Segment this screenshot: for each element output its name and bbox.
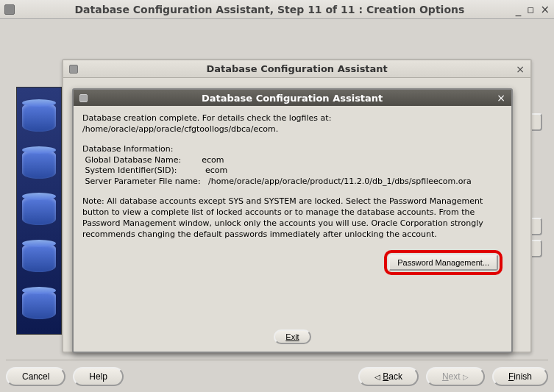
wizard-button-bar: Cancel Help ◁ Back Next ▷ Finish: [6, 360, 548, 385]
app-icon: [4, 4, 15, 15]
chevron-right-icon: ▷: [463, 373, 469, 381]
completion-dialog-content: Database creation complete. For details …: [74, 106, 511, 325]
database-information: Database Information: Global Database Na…: [82, 144, 502, 188]
close-icon[interactable]: ×: [540, 3, 550, 16]
progress-dialog-titlebar: Database Configuration Assistant ×: [63, 60, 530, 78]
outer-window-title: Database Configuration Assistant, Step 1…: [24, 4, 516, 15]
spfile-value: /home/oracle/app/oracle/product/11.2.0/d…: [208, 177, 472, 186]
next-button: Next ▷: [426, 367, 485, 386]
exit-button[interactable]: Exit: [274, 329, 310, 344]
close-icon[interactable]: ×: [497, 92, 505, 104]
log-path: /home/oracle/app/oracle/cfgtoollogs/dbca…: [82, 124, 278, 134]
sid-value: ecom: [205, 165, 227, 175]
database-icon: [22, 243, 56, 272]
password-management-button[interactable]: Password Management...: [388, 254, 498, 271]
completion-dialog-title: Database Configuration Assistant: [88, 93, 497, 104]
spfile-label: Server Parameter File name:: [82, 177, 201, 186]
minimize-icon[interactable]: _: [516, 3, 522, 16]
outer-window-titlebar: Database Configuration Assistant, Step 1…: [0, 0, 554, 19]
database-icon: [22, 102, 56, 132]
db-info-heading: Database Information:: [82, 144, 173, 154]
password-management-highlight: Password Management...: [384, 250, 502, 275]
app-icon: [69, 65, 78, 74]
app-icon: [79, 94, 88, 102]
finish-label: inish: [514, 371, 532, 382]
cancel-button[interactable]: Cancel: [6, 367, 65, 386]
help-button[interactable]: Help: [73, 367, 124, 386]
next-label: ext: [449, 371, 461, 382]
back-label: ack: [388, 371, 402, 382]
maximize-icon[interactable]: ▫: [527, 3, 534, 16]
completion-dialog-titlebar: Database Configuration Assistant ×: [74, 90, 511, 106]
close-icon[interactable]: ×: [516, 63, 525, 75]
sid-label: System Identifier(SID):: [82, 165, 177, 175]
global-db-name-value: ecom: [202, 155, 224, 165]
database-icon: [22, 149, 56, 179]
progress-dialog-title: Database Configuration Assistant: [78, 63, 516, 74]
wizard-sidebar-graphic: [16, 87, 62, 335]
finish-button[interactable]: Finish: [492, 367, 548, 386]
database-icon: [22, 290, 56, 319]
creation-complete-text: Database creation complete. For details …: [82, 113, 502, 135]
chevron-left-icon: ◁: [374, 373, 380, 381]
password-note: Note: All database accounts except SYS a…: [82, 196, 502, 240]
log-intro: Database creation complete. For details …: [82, 113, 331, 123]
completion-dialog: Database Configuration Assistant × Datab…: [72, 88, 513, 353]
outer-window-body: Database Configuration Assistant × Datab…: [0, 19, 554, 392]
database-icon: [22, 196, 56, 225]
back-button[interactable]: ◁ Back: [358, 367, 419, 386]
global-db-name-label: Global Database Name:: [82, 155, 181, 165]
